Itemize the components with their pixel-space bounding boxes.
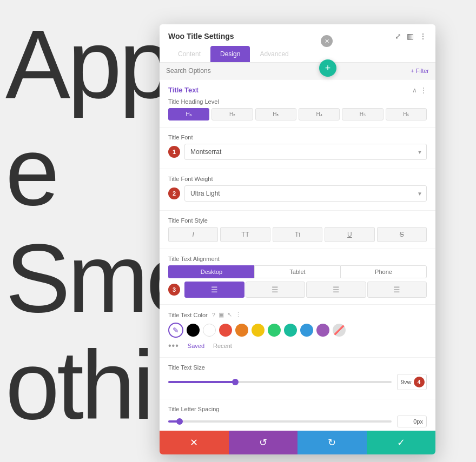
color-header: Title Text Color ? ▣ ↖ ⋮ xyxy=(168,311,427,318)
style-btn-uppercase[interactable]: TT xyxy=(220,227,270,242)
title-text-size-slider-row: 9vw 4 xyxy=(168,374,427,390)
align-btn-right[interactable]: ☰ xyxy=(306,282,366,298)
add-button[interactable]: + xyxy=(319,59,336,77)
title-font-section: Title Font 1 Montserrat ▼ xyxy=(160,128,435,169)
collapse-icon[interactable]: ∧ xyxy=(412,86,417,94)
align-btn-center[interactable]: ☰ xyxy=(246,282,306,298)
color-orange[interactable] xyxy=(235,324,248,337)
heading-btn-h5[interactable]: H₅ xyxy=(342,108,383,120)
settings-panel: Woo Title Settings ⤢ ▥ ⋮ Content Design … xyxy=(160,24,435,454)
section-title: Title Text xyxy=(168,86,199,94)
color-more-icon[interactable]: ⋮ xyxy=(235,311,241,318)
title-font-row: 1 Montserrat ▼ xyxy=(168,144,427,160)
title-font-style-label: Title Font Style xyxy=(168,217,427,224)
heading-btn-h6[interactable]: H₆ xyxy=(386,108,427,120)
title-text-size-label: Title Text Size xyxy=(168,364,427,371)
title-text-size-slider[interactable] xyxy=(168,381,392,383)
badge-3: 3 xyxy=(168,284,180,296)
more-colors-btn[interactable]: ••• xyxy=(168,341,179,351)
heading-btn-h4[interactable]: H₄ xyxy=(299,108,340,120)
heading-level-label: Title Heading Level xyxy=(168,98,427,105)
recent-label[interactable]: Recent xyxy=(213,343,232,349)
section-header: Title Text ∧ ⋮ xyxy=(168,86,427,94)
title-font-weight-label: Title Font Weight xyxy=(168,176,427,182)
section-controls: ∧ ⋮ xyxy=(412,86,427,94)
title-text-alignment-label: Title Text Alignment xyxy=(168,256,427,262)
slider-fill xyxy=(168,381,235,383)
size-value-text: 9vw xyxy=(401,379,412,385)
letter-spacing-slider-row: 0px xyxy=(168,416,427,427)
panel-header: Woo Title Settings ⤢ ▥ ⋮ Content Design … xyxy=(160,24,435,63)
columns-icon[interactable]: ▥ xyxy=(407,32,414,41)
active-color-swatch[interactable]: ✎ xyxy=(168,323,183,338)
search-input[interactable] xyxy=(166,67,411,75)
panel-title-row: Woo Title Settings ⤢ ▥ ⋮ xyxy=(168,32,427,41)
color-black[interactable] xyxy=(187,324,200,337)
help-icon[interactable]: ? xyxy=(212,312,215,318)
cursor-icon[interactable]: ↖ xyxy=(227,311,232,318)
tab-design[interactable]: Design xyxy=(210,46,250,62)
title-letter-spacing-section: Title Letter Spacing 0px xyxy=(160,399,435,431)
letter-spacing-value-text: 0px xyxy=(401,418,423,425)
tab-advanced[interactable]: Advanced xyxy=(250,46,298,62)
title-font-weight-select-wrapper: Ultra Light ▼ xyxy=(184,185,427,202)
color-yellow[interactable] xyxy=(252,324,265,337)
filter-button[interactable]: + Filter xyxy=(411,68,429,74)
color-teal[interactable] xyxy=(284,324,297,337)
alignment-badge-row: 3 ☰ ☰ ☰ ☰ xyxy=(168,282,427,298)
letter-spacing-thumb[interactable] xyxy=(176,418,183,425)
title-font-style-section: Title Font Style I TT Tt U S xyxy=(160,211,435,249)
save-button[interactable]: ✓ xyxy=(367,431,436,454)
align-btn-justify[interactable]: ☰ xyxy=(367,282,427,298)
more-icon[interactable]: ⋮ xyxy=(419,32,427,41)
tab-content[interactable]: Content xyxy=(168,46,210,62)
heading-btn-h3[interactable]: H₃ xyxy=(255,108,296,120)
panel-title: Woo Title Settings xyxy=(168,32,234,41)
color-none[interactable] xyxy=(333,324,346,337)
badge-2: 2 xyxy=(168,188,180,199)
color-purple[interactable] xyxy=(316,324,329,337)
style-btn-capitalize[interactable]: Tt xyxy=(273,227,322,242)
bottom-toolbar: ✕ ↺ ↻ ✓ xyxy=(160,431,435,454)
title-font-select[interactable]: Montserrat xyxy=(184,144,427,160)
tab-bar: Content Design Advanced xyxy=(168,46,427,62)
tab-tablet[interactable]: Tablet xyxy=(254,265,340,278)
saved-label[interactable]: Saved xyxy=(188,343,204,349)
tab-phone[interactable]: Phone xyxy=(340,265,427,278)
search-bar: + Filter xyxy=(160,63,435,79)
badge-4: 4 xyxy=(414,377,425,387)
style-btn-strikethrough[interactable]: S xyxy=(377,227,427,242)
device-tabs: Desktop Tablet Phone xyxy=(168,265,427,278)
title-text-size-section: Title Text Size 9vw 4 xyxy=(160,358,435,399)
title-text-color-section: Title Text Color ? ▣ ↖ ⋮ ✎ xyxy=(160,305,435,358)
cancel-button[interactable]: ✕ xyxy=(160,431,229,454)
style-btn-underline[interactable]: U xyxy=(325,227,374,242)
alignment-buttons: ☰ ☰ ☰ ☰ xyxy=(184,282,427,298)
title-font-label: Title Font xyxy=(168,134,427,140)
edit-icon: ✎ xyxy=(173,326,179,334)
title-text-size-value: 9vw 4 xyxy=(397,374,427,390)
color-white[interactable] xyxy=(203,324,216,337)
color-footer: ••• Saved Recent xyxy=(168,341,427,351)
color-blue[interactable] xyxy=(300,324,313,337)
tab-desktop[interactable]: Desktop xyxy=(168,265,254,278)
expand-icon[interactable]: ⤢ xyxy=(395,32,401,41)
font-style-buttons: I TT Tt U S xyxy=(168,227,427,242)
color-green[interactable] xyxy=(268,324,281,337)
letter-spacing-slider[interactable] xyxy=(168,420,392,423)
slider-thumb[interactable] xyxy=(232,379,239,385)
close-button[interactable]: ✕ xyxy=(321,35,333,47)
redo-button[interactable]: ↻ xyxy=(298,431,367,454)
letter-spacing-value: 0px xyxy=(397,416,427,427)
heading-btn-h2[interactable]: H₂ xyxy=(211,108,253,120)
heading-btn-h1[interactable]: H₁ xyxy=(168,108,209,120)
title-font-weight-row: 2 Ultra Light ▼ xyxy=(168,185,427,202)
section-more-icon[interactable]: ⋮ xyxy=(420,86,427,94)
align-btn-left[interactable]: ☰ xyxy=(184,282,244,298)
undo-button[interactable]: ↺ xyxy=(229,431,298,454)
device-icon[interactable]: ▣ xyxy=(219,311,224,318)
color-red[interactable] xyxy=(219,324,232,337)
title-font-weight-select[interactable]: Ultra Light xyxy=(184,185,427,202)
style-btn-italic[interactable]: I xyxy=(168,227,218,242)
title-text-alignment-section: Title Text Alignment Desktop Tablet Phon… xyxy=(160,249,435,305)
